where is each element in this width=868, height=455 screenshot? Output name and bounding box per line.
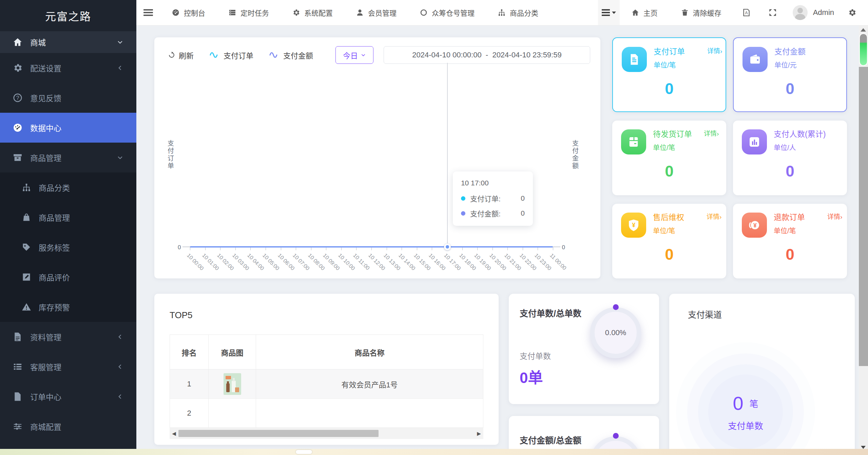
language-icon[interactable]: A xyxy=(742,8,751,17)
scroll-left-arrow[interactable]: ◀ xyxy=(170,431,178,437)
quick-menu-dropdown[interactable] xyxy=(598,0,620,25)
sidebar-item-data-center[interactable]: 数据中心 xyxy=(0,113,136,143)
package-box-icon xyxy=(621,129,646,154)
date-range-input[interactable]: 2024-04-10 00:00:00 - 2024-04-10 23:59:5… xyxy=(384,46,590,64)
stat-card-payers-total: 支付人数(累计) 单位/人 0 xyxy=(733,121,847,195)
caret-down-icon xyxy=(612,11,616,14)
x-axis-tick xyxy=(493,247,493,250)
scroll-right-arrow[interactable]: ▶ xyxy=(475,431,483,437)
sidebar-item-shop[interactable]: 商城 xyxy=(0,31,136,53)
nav-item-home[interactable]: 主页 xyxy=(631,7,658,18)
detail-link[interactable]: 详情› xyxy=(707,213,721,238)
user-name[interactable]: Admin xyxy=(813,8,834,17)
refresh-button[interactable]: 刷新 xyxy=(168,50,194,60)
sidebar-item-product-manage[interactable]: 商品管理 xyxy=(0,202,136,232)
top5-title: TOP5 xyxy=(170,310,192,321)
y-axis-right-tick: 0 xyxy=(562,244,565,251)
x-axis-tick xyxy=(220,247,220,250)
x-axis-tick xyxy=(538,247,538,250)
scroll-down-arrow-icon[interactable] xyxy=(861,446,866,449)
scroll-up-arrow-icon[interactable] xyxy=(861,28,866,32)
settings-gear-icon[interactable] xyxy=(848,8,856,17)
scrollbar-track[interactable] xyxy=(859,67,868,366)
vertical-scrollbar[interactable] xyxy=(859,25,868,455)
svg-text:¥: ¥ xyxy=(753,222,757,229)
sidebar-item-label: 客服管理 xyxy=(30,361,61,372)
stat-unit: 单位/笔 xyxy=(654,60,707,70)
table-horizontal-scrollbar[interactable]: ◀ ▶ xyxy=(170,428,483,439)
detail-link[interactable]: 详情› xyxy=(704,129,721,154)
sidebar-item-product-category[interactable]: 商品分类 xyxy=(0,172,136,202)
sidebar-item-shop-config[interactable]: 商城配置 xyxy=(0,412,136,441)
tooltip-row: 支付订单: 0 xyxy=(461,193,525,203)
sidebar-item-service-tags[interactable]: 服务标签 xyxy=(0,232,136,262)
date-range-value: 2024-04-10 00:00:00 - 2024-04-10 23:59:5… xyxy=(412,51,561,59)
top5-table: 排名 商品图 商品名称 1 有效会员产品1号 2 xyxy=(170,334,483,428)
navbar-right: 主页 清除缓存 A Admin xyxy=(598,0,868,25)
range-select-value: 今日 xyxy=(343,50,358,60)
avatar[interactable] xyxy=(793,5,808,20)
chart-tooltip: 10 17:00 支付订单: 0 支付金额: 0 xyxy=(453,171,533,226)
line-chart-plot[interactable]: 支付订单 支付金额 0 0 10 00:0010 01:0010 02:0010… xyxy=(190,63,553,247)
nav-item-crowdfunding-management[interactable]: 众筹仓号管理 xyxy=(420,7,475,18)
nav-item-scheduled-tasks[interactable]: 定时任务 xyxy=(228,7,269,18)
stat-title: 待发货订单 xyxy=(653,129,704,140)
stat-unit: 单位/人 xyxy=(774,142,842,152)
x-axis-tick xyxy=(371,247,372,250)
rank-cell: 1 xyxy=(170,369,209,399)
sidebar-item-product-review[interactable]: 商品评价 xyxy=(0,262,136,292)
nav-item-product-category[interactable]: 商品分类 xyxy=(498,7,538,18)
nav-item-console[interactable]: 控制台 xyxy=(172,7,205,18)
sidebar-item-stock-alert[interactable]: 库存预警 xyxy=(0,292,136,322)
nav-item-member-management[interactable]: 会员管理 xyxy=(356,7,397,18)
chart-toolbar: 刷新 支付订单 支付金额 今日 2024-04-10 00:00:00 - 20… xyxy=(168,46,590,64)
hamburger-icon xyxy=(143,8,153,17)
nav-item-system-config[interactable]: 系统配置 xyxy=(292,7,333,18)
scrollbar-thumb[interactable] xyxy=(178,430,379,437)
nav-item-clear-cache[interactable]: 清除缓存 xyxy=(681,7,721,18)
stat-unit: 单位/笔 xyxy=(653,225,707,235)
detail-link[interactable]: 详情› xyxy=(707,47,722,72)
sidebar-toggle-button[interactable] xyxy=(136,8,160,17)
y-axis-left-title: 支付订单 xyxy=(166,140,175,170)
x-axis-tick xyxy=(553,247,553,250)
stat-value: 0 xyxy=(621,245,717,263)
sidebar-item-delivery-settings[interactable]: 配送设置 xyxy=(0,53,136,83)
scrollbar-thumb[interactable] xyxy=(296,450,312,454)
stat-title: 售后维权 xyxy=(653,213,707,223)
sidebar-item-label: 配送设置 xyxy=(30,62,61,74)
question-circle-icon: ? xyxy=(13,93,23,103)
home-icon xyxy=(13,37,23,47)
x-axis-tick xyxy=(281,247,281,250)
x-axis-tick xyxy=(266,247,266,250)
legend-pay-amount[interactable]: 支付金额 xyxy=(269,50,313,60)
gauge-label: 支付单数 xyxy=(520,350,551,361)
dashboard-screen: 元富之路 商城 配送设置 ? 意见反馈 数据中心 商品管理 xyxy=(0,0,868,455)
detail-link[interactable]: 详情› xyxy=(827,213,842,238)
sidebar-item-product-management[interactable]: 商品管理 xyxy=(0,143,136,172)
app-title: 元富之路 xyxy=(0,0,136,31)
y-axis-left-tick: 0 xyxy=(178,244,181,251)
svg-text:?: ? xyxy=(16,95,19,101)
horizontal-scrollbar[interactable] xyxy=(0,449,868,455)
sidebar-item-label: 商城 xyxy=(30,36,46,48)
gauge-pointer-dot xyxy=(613,433,619,439)
table-row[interactable]: 2 xyxy=(170,399,483,428)
column-header: 商品图 xyxy=(209,335,256,369)
scrollbar-thumb[interactable] xyxy=(860,34,867,65)
stat-title: 退款订单 xyxy=(774,213,827,223)
fullscreen-icon[interactable] xyxy=(768,8,777,17)
channel-label: 支付单数 xyxy=(728,419,763,432)
sidebar-item-customer-service[interactable]: 客服管理 xyxy=(0,352,136,382)
sidebar-item-order-center[interactable]: 订单中心 xyxy=(0,382,136,412)
date-range-select[interactable]: 今日 xyxy=(335,46,373,64)
sidebar-item-feedback[interactable]: ? 意见反馈 xyxy=(0,83,136,113)
channel-bubble: 0 笔 支付单数 xyxy=(708,375,783,449)
series-dot-icon xyxy=(461,196,465,201)
stat-value: 0 xyxy=(742,79,837,98)
table-row[interactable]: 1 有效会员产品1号 xyxy=(170,369,483,399)
legend-pay-orders[interactable]: 支付订单 xyxy=(209,50,253,60)
series-dot-icon xyxy=(461,211,465,216)
sidebar-item-material-management[interactable]: 资料管理 xyxy=(0,322,136,352)
gauge-value: 0单 xyxy=(520,366,543,387)
